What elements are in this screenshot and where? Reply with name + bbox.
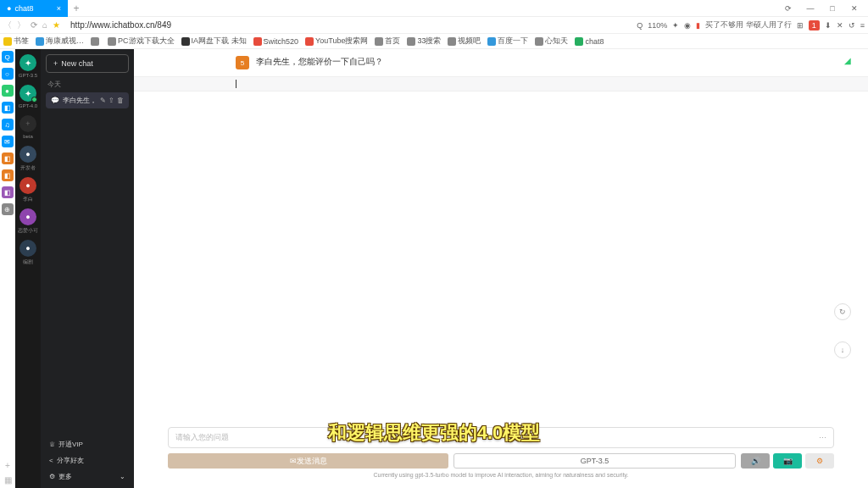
bookmark-icon — [181, 37, 190, 46]
signal-icon: ◢ — [844, 56, 851, 65]
bookmarks-bar: 书签海康威视…PC游戏下载大全IA网盘下载 未知Switch520YouTube… — [0, 34, 868, 49]
bookmark-item[interactable]: 首页 — [375, 36, 400, 47]
bookmark-item[interactable]: PC游戏下载大全 — [108, 36, 175, 47]
bookmark-item[interactable]: 书签 — [3, 36, 29, 47]
speaker-icon: 🔊 — [751, 457, 760, 465]
input-placeholder: 请输入您的问题 — [175, 432, 229, 443]
dock-app-icon[interactable]: ○ — [2, 68, 14, 80]
more-icon[interactable]: ⋯ — [819, 434, 826, 442]
refresh-icon[interactable]: ⟳ — [778, 2, 798, 15]
conversation-title: 李白先生， — [63, 96, 97, 105]
dock-app-icon[interactable]: ◧ — [2, 169, 14, 181]
camera-icon: 📷 — [783, 457, 793, 465]
scroll-down-button[interactable]: ↓ — [834, 341, 851, 358]
model-gpt40[interactable]: ✦ GPT-4.0 — [19, 85, 37, 108]
shuffle-icon[interactable]: ✕ — [837, 21, 843, 30]
grid-icon[interactable]: ▦ — [4, 475, 12, 485]
address-bar: 〈 〉 ⟳ ⌂ ★ http://www.ichatbox.cn/849 Q 1… — [0, 17, 868, 34]
user-message-row: 5 李白先生，您能评价一下自己吗？ — [134, 49, 868, 76]
bookmark-item[interactable] — [91, 37, 101, 46]
dock-app-icon[interactable]: ⊕ — [2, 203, 14, 215]
url-field[interactable]: http://www.ichatbox.cn/849 — [65, 20, 632, 30]
bottom-dock: + ▦ — [0, 461, 15, 488]
persona-button[interactable]: ●编剧 — [18, 240, 38, 266]
voice-button[interactable]: 🔊 — [741, 453, 770, 469]
share-icon: < — [49, 457, 53, 464]
app-model-sidebar: ✦ GPT-3.5 ✦ GPT-4.0 + beta ●开发者●李白●恋爱小可●… — [15, 49, 41, 488]
conversation-item[interactable]: 💬 李白先生， ✎ ⇪ 🗑 — [46, 92, 129, 108]
persona-button[interactable]: ●李白 — [18, 177, 38, 203]
plus-icon: + — [19, 115, 36, 132]
persona-button[interactable]: ●恋爱小可 — [18, 208, 38, 235]
persona-avatar: ● — [19, 146, 36, 163]
bookmark-icon — [253, 37, 262, 46]
send-button[interactable]: ✉ 发送消息 — [168, 453, 448, 469]
zoom-level[interactable]: 110% — [648, 21, 667, 30]
compass-icon[interactable]: ◉ — [684, 21, 691, 30]
settings-button[interactable]: ⚙ — [805, 453, 834, 469]
model-gpt35[interactable]: ✦ GPT-3.5 — [19, 54, 37, 78]
bookmark-item[interactable]: YouTube搜索网 — [305, 36, 368, 47]
user-message-text: 李白先生，您能评价一下自己吗？ — [256, 56, 383, 68]
minimize-button[interactable]: — — [800, 2, 821, 15]
dock-app-icon[interactable]: Q — [2, 51, 14, 63]
delete-icon[interactable]: 🗑 — [117, 97, 124, 104]
menu-icon[interactable]: ≡ — [860, 21, 865, 30]
vip-button[interactable]: ♕开通VIP — [41, 436, 134, 452]
send-icon: ✉ — [290, 457, 297, 465]
bookmark-item[interactable]: 海康威视… — [36, 36, 84, 47]
close-button[interactable]: ✕ — [844, 2, 865, 15]
regenerate-button[interactable]: ↻ — [834, 303, 851, 320]
browser-tab[interactable]: ● chat8 × — [0, 0, 68, 17]
persona-button[interactable]: ●开发者 — [18, 146, 38, 172]
status-text: Currently using gpt-3.5-turbo model to i… — [168, 472, 834, 478]
dock-app-icon[interactable]: ✉ — [2, 136, 14, 147]
assistant-response-row — [134, 76, 868, 92]
video-subtitle: 和逻辑思维更强的4.0模型 — [328, 420, 541, 446]
notification-badge[interactable]: 1 — [809, 20, 820, 30]
dock-app-icon[interactable]: ● — [2, 85, 14, 97]
new-chat-button[interactable]: + New chat — [46, 54, 129, 73]
search-icon[interactable]: Q — [637, 21, 643, 30]
share-icon[interactable]: ⇪ — [108, 97, 114, 104]
dock-app-icon[interactable]: ◧ — [2, 186, 14, 198]
bookmark-item[interactable]: IA网盘下载 未知 — [181, 36, 247, 47]
chat-icon: 💬 — [51, 97, 59, 104]
home-icon[interactable]: ⌂ — [42, 20, 47, 30]
camera-button[interactable]: 📷 — [773, 453, 802, 469]
dock-app-icon[interactable]: ♫ — [2, 119, 14, 130]
bookmark-item[interactable]: 33搜索 — [407, 36, 441, 47]
bookmark-item[interactable]: Switch520 — [253, 37, 299, 46]
dock-app-icon[interactable]: ◧ — [2, 152, 14, 164]
extension-icon[interactable]: ⊞ — [797, 21, 804, 30]
window-controls: ⟳ — □ ✕ — [778, 2, 868, 15]
bookmark-icon — [448, 37, 456, 46]
beta-button[interactable]: + beta — [19, 115, 36, 139]
tab-title: chat8 — [14, 4, 33, 13]
persona-avatar: ● — [19, 208, 36, 225]
back-icon[interactable]: 〈 — [3, 19, 12, 31]
bookmark-item[interactable]: 视频吧 — [448, 36, 481, 47]
new-tab-button[interactable]: + — [68, 3, 85, 14]
share-button[interactable]: <分享好友 — [41, 452, 134, 469]
conversation-sidebar: + New chat 今天 💬 李白先生， ✎ ⇪ 🗑 ♕开通VIP <分享好友… — [41, 49, 134, 488]
add-icon[interactable]: + — [5, 461, 10, 470]
bookmark-icon — [91, 37, 99, 46]
close-icon[interactable]: × — [57, 4, 61, 13]
reload-icon[interactable]: ⟳ — [31, 20, 37, 30]
bookmark-item[interactable]: 百度一下 — [487, 36, 528, 47]
bookmark-icon — [108, 37, 116, 46]
model-switch-button[interactable]: GPT-3.5 — [453, 453, 736, 469]
bookmark-item[interactable]: chat8 — [575, 37, 604, 46]
forward-icon[interactable]: 〉 — [17, 19, 25, 31]
edit-icon[interactable]: ✎ — [100, 97, 106, 104]
chevron-down-icon: ⌄ — [120, 473, 125, 480]
dock-app-icon[interactable]: ◧ — [2, 102, 14, 114]
maximize-button[interactable]: □ — [822, 2, 843, 15]
bookmark-item[interactable]: 心知天 — [535, 36, 568, 47]
more-button[interactable]: ⚙更多⌄ — [41, 469, 134, 485]
star-icon[interactable]: ★ — [53, 20, 60, 30]
download-icon[interactable]: ⬇ — [825, 21, 832, 30]
history-icon[interactable]: ↺ — [849, 21, 855, 30]
plus-icon: + — [53, 59, 58, 68]
